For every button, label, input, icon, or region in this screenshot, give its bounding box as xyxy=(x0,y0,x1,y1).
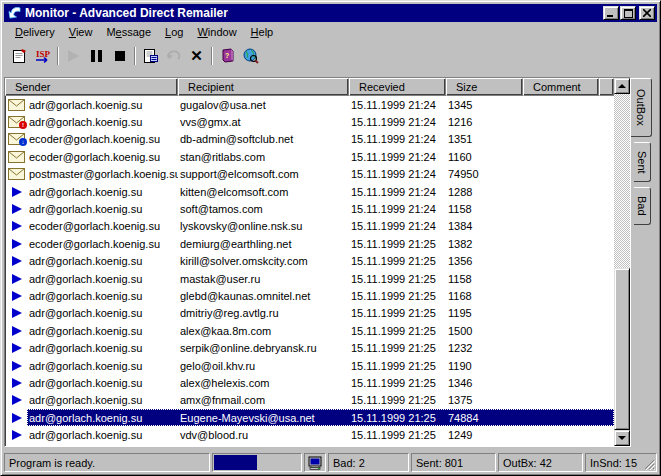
list-row[interactable]: adr@gorlach.koenig.sudmitriy@reg.avtlg.r… xyxy=(5,305,614,322)
delete-message-icon[interactable]: ✕ xyxy=(185,45,208,67)
new-message-icon[interactable] xyxy=(8,45,31,67)
cell-sender: adr@gorlach.koenig.su xyxy=(27,377,178,389)
maximize-button[interactable] xyxy=(620,6,636,20)
scroll-down-button[interactable] xyxy=(614,430,630,446)
scroll-thumb[interactable] xyxy=(614,268,630,430)
cell-recipient: serpik@online.debryansk.ru xyxy=(178,342,349,354)
list-row[interactable]: adr@gorlach.koenig.suvdv@blood.ru15.11.1… xyxy=(5,426,614,443)
cell-size: 1288 xyxy=(446,186,523,198)
list-row[interactable]: adr@gorlach.koenig.sualex@kaa.8m.com15.1… xyxy=(5,322,614,339)
help-book-icon[interactable]: ? xyxy=(216,45,239,67)
message-properties-icon[interactable] xyxy=(139,45,162,67)
list-row[interactable]: adr@gorlach.koenig.suglebd@kaunas.omnite… xyxy=(5,287,614,304)
resize-grip[interactable] xyxy=(643,458,655,470)
tab-sent[interactable]: Sent xyxy=(634,142,651,183)
cell-recipient: db-admin@softclub.net xyxy=(178,133,349,145)
list-row[interactable]: adr@gorlach.koenig.sugugalov@usa.net15.1… xyxy=(5,96,614,113)
cell-recipient: kirill@solver.omskcity.com xyxy=(178,255,349,267)
menu-help[interactable]: Help xyxy=(244,24,281,40)
cell-size: 1158 xyxy=(446,203,523,215)
scroll-track[interactable] xyxy=(614,94,630,268)
cell-received: 15.11.1999 21:25 xyxy=(349,342,446,354)
cell-size: 1384 xyxy=(446,220,523,232)
list-row[interactable]: adr@gorlach.koenig.sukitten@elcomsoft.co… xyxy=(5,183,614,200)
list-row[interactable]: adr@gorlach.koenig.suEugene-Mayevski@usa… xyxy=(5,409,614,426)
menu-message[interactable]: Message xyxy=(99,24,158,40)
list-row[interactable]: adr@gorlach.koenig.sugelo@oil.khv.ru15.1… xyxy=(5,357,614,374)
list-row[interactable]: ecoder@gorlach.koenig.sulyskovsky@online… xyxy=(5,218,614,235)
tab-outbox[interactable]: OutBox xyxy=(631,78,652,137)
cell-sender: ecoder@gorlach.koenig.su xyxy=(27,133,178,145)
status-insnd-count: InSnd: 15 xyxy=(585,453,657,472)
main-content: SenderRecipientReceviedSizeComment adr@g… xyxy=(4,77,657,447)
cell-received: 15.11.1999 21:24 xyxy=(349,133,446,145)
mail-icon xyxy=(5,168,27,180)
sending-icon xyxy=(5,378,27,388)
list-row[interactable]: adr@gorlach.koenig.sumastak@user.ru15.11… xyxy=(5,270,614,287)
column-header-size[interactable]: Size xyxy=(446,78,523,96)
pause-delivery-icon[interactable] xyxy=(85,45,108,67)
menu-view[interactable]: View xyxy=(62,24,100,40)
list-row[interactable]: ↓ecoder@gorlach.koenig.sudb-admin@softcl… xyxy=(5,131,614,148)
cell-recipient: vvs@gmx.at xyxy=(178,116,349,128)
cell-received: 15.11.1999 21:25 xyxy=(349,429,446,441)
cell-size: 1249 xyxy=(446,429,523,441)
cell-sender: adr@gorlach.koenig.su xyxy=(27,412,178,424)
requeue-message-icon xyxy=(162,45,185,67)
tab-bad[interactable]: Bad xyxy=(634,187,651,225)
column-header-recipient[interactable]: Recipient xyxy=(178,78,349,96)
progress-fill xyxy=(214,455,257,470)
close-button[interactable] xyxy=(639,6,655,20)
adr-arrow-icon xyxy=(6,5,22,21)
cell-size: 74950 xyxy=(446,168,523,180)
cell-size: 1168 xyxy=(446,290,523,302)
menu-log[interactable]: Log xyxy=(158,24,190,40)
isp-setup-icon[interactable]: ISP xyxy=(31,45,54,67)
cell-sender: adr@gorlach.koenig.su xyxy=(27,429,178,441)
cell-recipient: mastak@user.ru xyxy=(178,273,349,285)
cell-recipient: alex@kaa.8m.com xyxy=(178,325,349,337)
toolbar-separator xyxy=(211,47,213,65)
sending-icon xyxy=(5,361,27,371)
list-row[interactable]: adr@gorlach.koenig.suserpik@online.debry… xyxy=(5,339,614,356)
column-header-comment[interactable]: Comment xyxy=(523,78,599,96)
list-row[interactable]: postmaster@gorlach.koenig.susupport@elco… xyxy=(5,166,614,183)
minimize-button[interactable] xyxy=(603,6,619,20)
cell-received: 15.11.1999 21:25 xyxy=(349,377,446,389)
cell-received: 15.11.1999 21:25 xyxy=(349,325,446,337)
sending-icon xyxy=(5,187,27,197)
cell-size: 1345 xyxy=(446,99,523,111)
sending-icon xyxy=(5,430,27,440)
sending-icon xyxy=(5,413,27,423)
list-row[interactable]: ecoder@gorlach.koenig.sustan@ritlabs.com… xyxy=(5,148,614,165)
cell-recipient: lyskovsky@online.nsk.su xyxy=(178,220,349,232)
cell-size: 1382 xyxy=(446,238,523,250)
cell-size: 1232 xyxy=(446,342,523,354)
find-globe-icon[interactable] xyxy=(239,45,262,67)
arrow-up-icon xyxy=(618,84,626,88)
mail-icon xyxy=(5,99,27,111)
list-row[interactable]: ecoder@gorlach.koenig.sudemiurg@earthlin… xyxy=(5,235,614,252)
status-bar: Program is ready. Bad: 2 Sent: 801 OutBx… xyxy=(4,451,657,472)
stop-delivery-icon[interactable] xyxy=(108,45,131,67)
list-row[interactable]: adr@gorlach.koenig.sualex@helexis.com15.… xyxy=(5,374,614,391)
menu-delivery[interactable]: Delivery xyxy=(8,24,62,40)
cell-sender: adr@gorlach.koenig.su xyxy=(27,99,178,111)
cell-received: 15.11.1999 21:25 xyxy=(349,273,446,285)
menu-window[interactable]: Window xyxy=(190,24,243,40)
list-row[interactable]: !adr@gorlach.koenig.suvvs@gmx.at15.11.19… xyxy=(5,113,614,130)
cell-size: 1351 xyxy=(446,133,523,145)
list-row[interactable]: adr@gorlach.koenig.susoft@tamos.com15.11… xyxy=(5,200,614,217)
list-row[interactable]: adr@gorlach.koenig.suamx@fnmail.com15.11… xyxy=(5,392,614,409)
message-list: SenderRecipientReceviedSizeComment adr@g… xyxy=(4,77,631,447)
cell-size: 1216 xyxy=(446,116,523,128)
cell-recipient: gugalov@usa.net xyxy=(178,99,349,111)
vertical-scrollbar[interactable] xyxy=(614,78,630,446)
cell-received: 15.11.1999 21:25 xyxy=(349,255,446,267)
cell-sender: adr@gorlach.koenig.su xyxy=(27,203,178,215)
scroll-up-button[interactable] xyxy=(614,78,630,94)
column-header-recevied[interactable]: Recevied xyxy=(349,78,446,96)
column-header-sender[interactable]: Sender xyxy=(5,78,178,96)
list-row[interactable]: adr@gorlach.koenig.sukirill@solver.omskc… xyxy=(5,253,614,270)
title-bar[interactable]: Monitor - Advanced Direct Remailer xyxy=(4,4,657,22)
